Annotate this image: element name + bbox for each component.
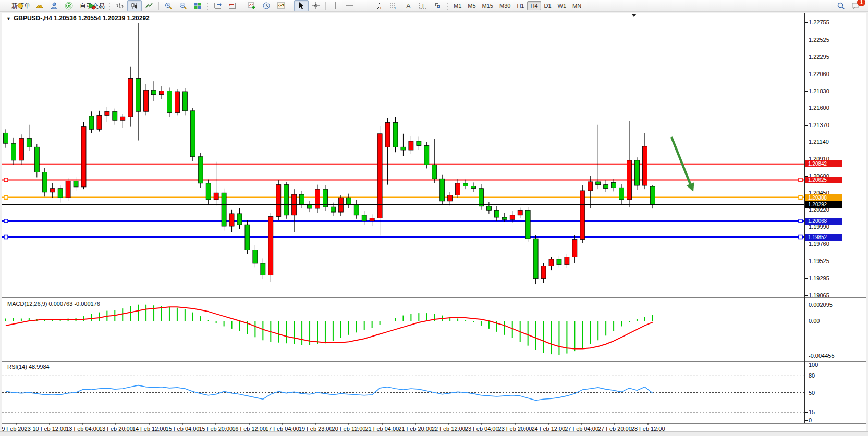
indicators-button[interactable]: ▾ <box>244 0 259 11</box>
timeframe-w1-button[interactable]: W1 <box>555 1 570 10</box>
tile-windows-button[interactable] <box>190 0 205 11</box>
search-button[interactable] <box>834 0 848 11</box>
zoom-out-icon <box>179 2 187 10</box>
candle-body <box>4 133 8 143</box>
price-level-badge: 1.20842 <box>805 160 842 167</box>
line-selection-handle[interactable] <box>4 235 8 239</box>
price-tick-mark <box>805 40 808 40</box>
arrows-tool-button[interactable]: ▾ <box>430 0 445 11</box>
price-tick-mark <box>805 108 808 108</box>
new-order-icon <box>16 2 25 10</box>
candle-body <box>113 111 117 120</box>
toolbar-grip[interactable] <box>290 2 292 10</box>
candle-body <box>222 193 226 226</box>
timeframe-m5-button[interactable]: M5 <box>464 1 479 10</box>
candle-body <box>370 218 374 221</box>
autotrade-button[interactable]: 自动交易 <box>76 0 107 11</box>
bar-chart-mode-button[interactable] <box>113 0 127 11</box>
trendline-tool-button[interactable] <box>357 0 372 11</box>
timeframe-mn-button[interactable]: MN <box>569 1 584 10</box>
svg-text:T: T <box>421 3 425 9</box>
expert-advisors-button[interactable] <box>47 0 62 11</box>
line-selection-handle[interactable] <box>799 178 802 182</box>
candle-body <box>424 145 429 165</box>
timeframe-d1-button[interactable]: D1 <box>541 1 555 10</box>
panel-separator[interactable] <box>2 297 866 299</box>
line-selection-handle[interactable] <box>799 219 802 223</box>
candle-body <box>11 143 16 160</box>
candle-body <box>393 123 398 147</box>
candle-body <box>74 181 78 187</box>
candle-body <box>377 134 382 218</box>
candle-body <box>19 138 23 160</box>
toolbar-separator <box>158 2 159 10</box>
time-tick-mark <box>648 423 649 425</box>
search-icon <box>837 2 845 10</box>
gold-button[interactable] <box>32 0 47 11</box>
toolbar-separator <box>242 2 242 10</box>
candle-body <box>300 194 304 205</box>
panel-separator[interactable] <box>2 361 866 363</box>
candle-body <box>502 217 507 219</box>
line-selection-handle[interactable] <box>4 196 8 200</box>
time-tick-mark <box>415 423 415 425</box>
macd-panel-canvas[interactable] <box>2 298 804 360</box>
line-chart-mode-button[interactable] <box>142 0 156 11</box>
price-level-badge: 1.20625 <box>805 177 842 183</box>
macd-axis-label: 0.002095 <box>809 302 833 308</box>
timeframe-m15-button[interactable]: M15 <box>479 1 496 10</box>
vertical-line-tool-button[interactable] <box>328 0 343 11</box>
toolbar-grip[interactable] <box>4 2 6 10</box>
rsi-axis-label: 80 <box>809 372 815 379</box>
line-selection-handle[interactable] <box>799 235 802 239</box>
toolbar-grip[interactable] <box>108 2 111 10</box>
annotation-arrow-shaft[interactable] <box>671 137 690 184</box>
rsi-label: RSI(14) 48.9984 <box>7 364 50 370</box>
time-tick-mark <box>82 423 83 425</box>
candle-body <box>417 141 421 146</box>
line-selection-handle[interactable] <box>4 178 8 182</box>
candle-body <box>642 146 647 185</box>
text-label-tool-button[interactable]: T <box>415 0 430 11</box>
line-selection-handle[interactable] <box>4 219 8 223</box>
candle-body <box>182 92 187 111</box>
time-tick-mark <box>249 423 249 425</box>
timeframe-h4-button[interactable]: H4 <box>527 1 541 10</box>
price-tick-label: 1.19065 <box>809 292 829 298</box>
price-tick-mark <box>805 74 808 74</box>
equidistant-channel-tool-button[interactable]: E <box>372 0 386 11</box>
zoom-in-button[interactable] <box>161 0 176 11</box>
rsi-panel-canvas[interactable] <box>2 362 804 423</box>
notifications-button[interactable]: 1 <box>848 0 863 11</box>
bar-chart-icon <box>116 2 124 10</box>
cursor-tool-button[interactable] <box>294 0 309 11</box>
timeframe-m1-button[interactable]: M1 <box>450 1 464 10</box>
price-chart-canvas[interactable] <box>2 13 804 297</box>
horizontal-line-tool-button[interactable] <box>343 0 357 11</box>
text-tool-button[interactable]: A <box>401 0 415 11</box>
toolbar-grip[interactable] <box>206 2 209 10</box>
timeframe-m30-button[interactable]: M30 <box>496 1 514 10</box>
new-order-button[interactable]: 新订单 <box>8 0 32 11</box>
toolbar-grip[interactable] <box>446 2 449 10</box>
zoom-out-button[interactable] <box>176 0 190 11</box>
chart-shift-button[interactable] <box>225 0 240 11</box>
candle-body <box>533 239 538 279</box>
time-tick-mark <box>215 423 216 425</box>
templates-button[interactable]: ▾ <box>274 0 288 11</box>
signal-button[interactable] <box>62 0 76 11</box>
price-tick-mark <box>805 210 808 210</box>
fibonacci-tool-button[interactable]: F <box>386 0 401 11</box>
chart-shift-marker[interactable] <box>631 14 637 17</box>
price-level-badge: 1.20068 <box>805 218 842 225</box>
candle-body <box>448 195 453 201</box>
candle-body <box>346 198 351 204</box>
crosshair-tool-button[interactable] <box>309 0 323 11</box>
periods-button[interactable]: ▾ <box>259 0 274 11</box>
time-tick-mark <box>482 423 482 425</box>
candlestick-mode-button[interactable] <box>127 0 142 11</box>
time-tick-mark <box>149 423 150 425</box>
auto-scroll-button[interactable] <box>211 0 225 11</box>
timeframe-h1-button[interactable]: H1 <box>514 1 527 10</box>
line-selection-handle[interactable] <box>799 196 802 200</box>
